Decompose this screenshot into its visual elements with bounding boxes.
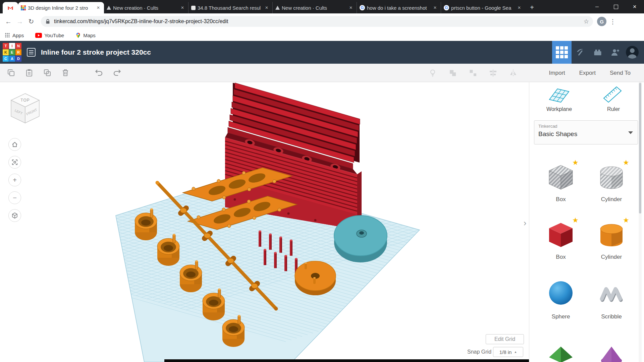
align-button[interactable] [488,68,498,78]
cults-favicon [107,6,111,10]
logo-letter: D [15,56,21,62]
shape-sphere[interactable] [546,279,575,307]
address-bar[interactable]: tinkercad.com/things/jq7v5RKpcZB-inline-… [41,16,593,27]
shape-library-dropdown[interactable]: Tinkercad Basic Shapes [534,120,638,144]
shape-box-solid[interactable] [546,221,575,249]
design-title[interactable]: Inline four 2 stroke project 320cc [41,48,151,56]
tab-cults-2[interactable]: New creation · Cults ✕ [272,2,357,13]
bookmark-maps[interactable]: Maps [75,32,96,39]
refresh-button[interactable]: ↻ [25,16,37,27]
profile-avatar[interactable]: G [597,17,606,26]
paste-button[interactable] [24,68,34,78]
new-tab-button[interactable]: + [527,2,537,12]
tab-google-search-1[interactable]: G how do i take a screenshot ✕ [357,2,441,13]
show-all-button[interactable] [428,68,438,78]
account-avatar[interactable] [626,46,639,59]
cylinder-stud[interactable] [279,236,282,253]
close-button[interactable]: ✕ [625,0,644,13]
duplicate-button[interactable] [42,68,52,78]
cylinder-stud[interactable] [290,239,292,256]
group-button[interactable] [448,68,458,78]
zoom-out-button[interactable]: − [8,191,21,204]
cylinder-stud[interactable] [264,249,266,265]
send-to-button[interactable]: Send To [608,68,633,78]
mirror-button[interactable] [508,68,518,78]
shape-cylinder-hole[interactable] [597,163,626,192]
fit-view-icon [11,159,18,166]
copy-button[interactable] [6,68,16,78]
bookmark-star-icon[interactable]: ☆ [584,18,589,25]
forward-button[interactable]: → [14,16,25,27]
workplane-tool[interactable]: Workplane [539,85,579,112]
ungroup-button[interactable] [468,68,478,78]
home-view-button[interactable] [8,138,21,151]
panel-collapse-handle[interactable]: › [521,216,529,230]
logo-letter: C [3,56,9,62]
zoom-in-button[interactable]: + [8,174,21,186]
minimize-button[interactable]: ─ [588,0,606,13]
view-cube[interactable]: TOP LEFT FRONT [7,89,44,126]
snap-grid-dropdown[interactable]: 1/8 in ▲ [493,347,523,357]
perspective-toggle-button[interactable] [8,209,21,222]
pulley[interactable] [295,261,336,295]
tab-close-icon[interactable]: ✕ [348,5,354,11]
shapes-view-button[interactable] [552,41,572,64]
tab-label: New creation · Cults [282,5,346,11]
tab-label: New creation · Cults [113,5,177,11]
tab-close-icon[interactable]: ✕ [264,5,270,11]
lightbulb-icon [428,69,437,77]
blocks-editor-button[interactable] [572,41,589,64]
logo-letter: A [9,56,15,62]
tab-close-icon[interactable]: ✕ [516,5,522,11]
url-text[interactable]: tinkercad.com/things/jq7v5RKpcZB-inline-… [54,18,584,24]
fit-view-button[interactable] [8,156,21,169]
bookmark-apps[interactable]: Apps [5,33,24,38]
shape-box-hole[interactable] [546,163,575,192]
undo-button[interactable] [94,68,104,78]
tab-close-icon[interactable]: ✕ [432,5,438,11]
bookmark-youtube[interactable]: YouTube [35,33,64,38]
shape-cone-partial[interactable] [597,337,626,362]
edit-grid-button[interactable]: Edit Grid [486,334,524,344]
3d-scene-canvas[interactable] [0,82,529,362]
cylinder-stud[interactable] [259,230,261,247]
google-favicon: G [444,5,449,10]
browser-menu-icon[interactable]: ⋮ [608,18,618,25]
3d-viewport[interactable]: TOP LEFT FRONT + − [0,82,529,362]
tab-close-icon[interactable]: ✕ [95,5,101,11]
panel-scrollbar[interactable] [639,82,642,362]
tab-google-search-2[interactable]: G prtscn button - Google Sea ✕ [441,2,525,13]
shape-roof-partial[interactable] [546,337,575,362]
shape-cylinder-solid[interactable] [597,221,626,249]
maximize-button[interactable] [606,0,625,13]
favorite-star-icon[interactable]: ★ [572,159,579,167]
ruler-tool[interactable]: Ruler [593,85,634,112]
tinkercad-logo[interactable]: T I N K E R C A D [3,43,21,62]
export-button[interactable]: Export [577,68,598,78]
scrollbar-thumb[interactable] [639,83,641,214]
tab-label: 34.8 Thousand Search resul [198,5,262,11]
tab-cults-1[interactable]: New creation · Cults ✕ [104,2,188,13]
viewcube-top-label[interactable]: TOP [20,98,30,103]
shape-label: Box [541,196,581,203]
cylinder-stud[interactable] [269,233,272,250]
tab-search-results[interactable]: 34.8 Thousand Search resul ✕ [188,2,272,13]
design-menu-icon[interactable] [27,48,36,57]
shape-scribble[interactable] [597,279,626,307]
import-button[interactable]: Import [547,68,567,78]
redo-button[interactable] [112,68,122,78]
favorite-star-icon[interactable]: ★ [623,159,629,167]
pinned-tab-gmail[interactable] [3,2,18,13]
flywheel[interactable] [334,216,387,262]
bricks-editor-button[interactable] [589,41,606,64]
favorite-star-icon[interactable]: ★ [623,216,629,224]
favorite-star-icon[interactable]: ★ [572,216,579,224]
delete-button[interactable] [60,68,70,78]
cylinder-stud[interactable] [274,252,277,268]
cylinder-stud[interactable] [284,255,287,271]
invite-collaborator-button[interactable] [606,41,624,64]
tab-tinkercad-design[interactable]: 3D design Inline four 2 stro ✕ [18,2,104,13]
tab-close-icon[interactable]: ✕ [179,5,185,11]
back-button[interactable]: ← [3,16,14,27]
logo-letter: N [15,43,21,49]
